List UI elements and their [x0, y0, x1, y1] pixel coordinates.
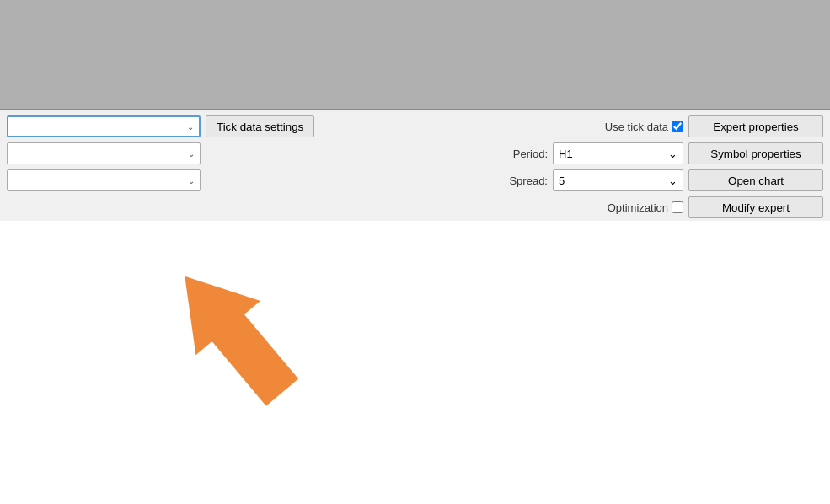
period-label: Period:	[513, 147, 548, 160]
spread-value: 5	[559, 174, 565, 187]
use-tick-checkbox[interactable]	[672, 121, 683, 132]
modify-expert-button[interactable]: Modify expert	[688, 196, 823, 218]
period-chevron-icon: ⌄	[668, 147, 677, 160]
chevron-down-icon-2: ⌄	[188, 149, 195, 158]
toolbar-row-4: Optimization Modify expert	[0, 194, 830, 221]
toolbar-row-3: ⌄ Spread: 5 ⌄ Open chart	[0, 167, 830, 194]
toolbar-row-2: ⌄ Period: H1 ⌄ Symbol properties	[0, 140, 830, 167]
spread-group: Spread: 5 ⌄	[509, 169, 683, 191]
optimization-area: Optimization	[608, 201, 683, 214]
chevron-down-icon-3: ⌄	[188, 176, 195, 185]
svg-marker-0	[153, 249, 314, 420]
open-chart-button[interactable]: Open chart	[688, 169, 823, 191]
expert-properties-button[interactable]: Expert properties	[688, 115, 823, 137]
period-dropdown[interactable]: H1 ⌄	[553, 142, 683, 164]
spread-label: Spread:	[509, 174, 548, 187]
use-tick-label: Use tick data	[605, 121, 668, 133]
dropdown-3[interactable]: ⌄	[7, 169, 201, 191]
use-tick-data-area: Use tick data	[605, 121, 683, 133]
arrow-pointer	[67, 221, 421, 474]
top-gray-area	[0, 0, 830, 110]
dropdown-2[interactable]: ⌄	[7, 142, 201, 164]
toolbar-row-1: ⌄ Tick data settings Use tick data Exper…	[0, 110, 830, 140]
chevron-down-icon: ⌄	[187, 122, 194, 131]
period-value: H1	[559, 147, 573, 160]
symbol-properties-button[interactable]: Symbol properties	[688, 142, 823, 164]
dropdown-1[interactable]: ⌄	[7, 115, 201, 137]
optimization-label: Optimization	[608, 201, 668, 214]
tick-data-settings-button[interactable]: Tick data settings	[206, 115, 314, 137]
optimization-checkbox[interactable]	[672, 201, 683, 213]
spread-dropdown[interactable]: 5 ⌄	[553, 169, 683, 191]
spread-chevron-icon: ⌄	[668, 174, 677, 187]
period-group: Period: H1 ⌄	[513, 142, 683, 164]
